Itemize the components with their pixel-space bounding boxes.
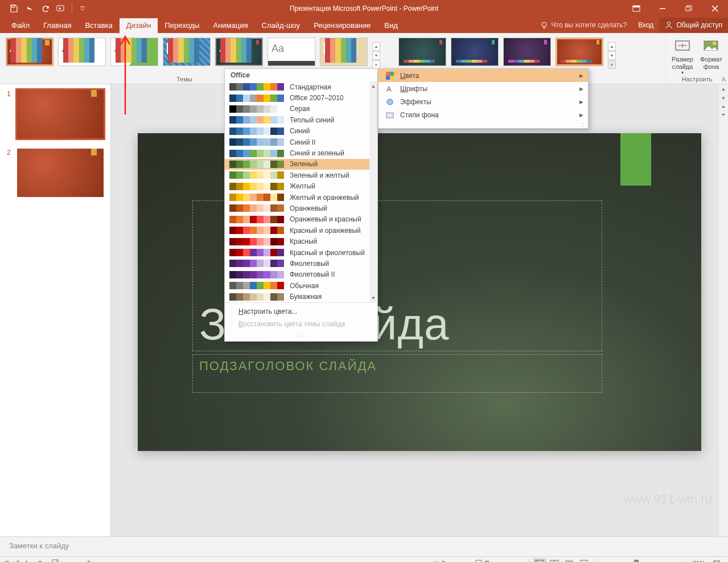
- start-from-beginning-button[interactable]: [55, 2, 68, 15]
- color-scheme-item[interactable]: Зеленый и желтый: [225, 170, 377, 181]
- tab-file[interactable]: Файл: [5, 18, 36, 33]
- tell-me-search[interactable]: Что вы хотите сделать?: [534, 21, 633, 29]
- save-button[interactable]: [7, 2, 20, 15]
- scroll-up-icon[interactable]: ▲: [719, 84, 728, 93]
- menu-colors[interactable]: Цвета▶: [379, 69, 588, 82]
- color-scheme-item[interactable]: Теплый синий: [225, 114, 377, 125]
- scroll-up-icon[interactable]: ▲: [369, 81, 377, 91]
- svg-rect-13: [390, 76, 394, 80]
- color-scheme-item[interactable]: Желтый: [225, 181, 377, 192]
- color-scheme-item[interactable]: Фиолетовый II: [225, 269, 377, 280]
- reset-theme-colors-item: Восстановить цвета темы слайда: [225, 318, 377, 330]
- fit-to-window-button[interactable]: [710, 558, 723, 563]
- variant-option[interactable]: [451, 38, 499, 66]
- color-scheme-item[interactable]: Синий и зеленый: [225, 147, 377, 158]
- color-scheme-item[interactable]: Стандартная: [225, 81, 377, 92]
- color-scheme-item[interactable]: Обычная: [225, 280, 377, 291]
- comments-toggle[interactable]: Примечания: [471, 559, 525, 563]
- color-schemes-list: СтандартнаяOffice 2007–2010СераяТеплый с…: [225, 81, 377, 302]
- redo-button[interactable]: [39, 2, 52, 15]
- zoom-out-button[interactable]: −: [598, 558, 612, 563]
- slide-number: 2: [7, 149, 13, 197]
- color-scheme-item[interactable]: Серая: [225, 104, 377, 114]
- color-scheme-item[interactable]: Красный и оранжевый: [225, 225, 377, 236]
- color-scheme-item[interactable]: Синий II: [225, 137, 377, 147]
- color-scheme-item[interactable]: Красный: [225, 236, 377, 247]
- color-scheme-item[interactable]: Фиолетовый: [225, 258, 377, 269]
- slideshow-view-button[interactable]: [577, 558, 591, 563]
- vertical-scrollbar[interactable]: ▲ ▼ ⏶ ⏷: [719, 84, 728, 536]
- svg-point-15: [387, 99, 393, 105]
- collapse-ribbon-button[interactable]: ᐱ: [722, 76, 726, 83]
- slide-canvas[interactable]: За к слайда ПОДЗАГОЛОВОК СЛАЙДА: [138, 133, 701, 451]
- theme-option[interactable]: Aa: [320, 38, 368, 66]
- normal-view-button[interactable]: [533, 558, 546, 563]
- next-slide-icon[interactable]: ⏷: [719, 110, 728, 118]
- color-scheme-item[interactable]: Оранжевый и красный: [225, 214, 377, 225]
- variants-gallery-expand[interactable]: ▲▼▾: [608, 42, 616, 69]
- tab-animation[interactable]: Анимация: [206, 18, 254, 33]
- theme-option[interactable]: Aa: [6, 38, 54, 66]
- resize-grip[interactable]: .:: [379, 121, 588, 128]
- prev-slide-icon[interactable]: ⏶: [719, 102, 728, 110]
- scroll-down-icon[interactable]: ▼: [369, 293, 377, 302]
- minimize-button[interactable]: [649, 0, 676, 17]
- tab-review[interactable]: Рецензирование: [307, 18, 377, 33]
- slide-thumbnail[interactable]: [17, 149, 104, 197]
- variant-option[interactable]: [503, 38, 551, 66]
- slide-size-icon: [673, 36, 692, 55]
- zoom-percent[interactable]: 81%: [689, 560, 709, 563]
- slide-sorter-button[interactable]: [548, 558, 561, 563]
- customize-colors-item[interactable]: Настроить цвета...: [225, 305, 377, 318]
- spellcheck-icon[interactable]: [51, 559, 59, 563]
- tab-slideshow[interactable]: Слайд-шоу: [255, 18, 307, 33]
- colors-scrollbar[interactable]: ▲ ▼: [369, 81, 377, 302]
- tab-home[interactable]: Главная: [36, 18, 78, 33]
- color-scheme-item[interactable]: Office 2007–2010: [225, 92, 377, 103]
- svg-point-6: [668, 22, 671, 25]
- color-scheme-item[interactable]: Зеленый: [225, 159, 377, 170]
- sign-in-button[interactable]: Вход: [632, 18, 659, 32]
- scroll-down-icon[interactable]: ▼: [719, 93, 728, 102]
- color-scheme-item[interactable]: Красный и фиолетовый: [225, 247, 377, 258]
- theme-option[interactable]: Aa: [163, 38, 211, 66]
- resize-grip[interactable]: ....: [225, 330, 377, 339]
- slide-subtitle-text[interactable]: ПОДЗАГОЛОВОК СЛАЙДА: [199, 359, 377, 374]
- reading-view-button[interactable]: [562, 558, 576, 563]
- theme-option[interactable]: Aa: [110, 38, 158, 66]
- menu-bg-styles[interactable]: Стили фона▶: [379, 108, 588, 121]
- slide-count[interactable]: Слайд 1 из 2: [5, 560, 42, 563]
- slide-thumbnail[interactable]: [17, 90, 104, 138]
- theme-option[interactable]: Aa: [58, 38, 106, 66]
- variant-option[interactable]: [398, 38, 446, 66]
- language-button[interactable]: русский: [68, 560, 91, 563]
- theme-option[interactable]: Aa: [268, 38, 315, 66]
- notes-toggle[interactable]: Заметки: [427, 559, 470, 563]
- variant-option[interactable]: [556, 38, 603, 66]
- menu-fonts[interactable]: A Шрифты▶: [379, 82, 588, 95]
- zoom-in-button[interactable]: +: [674, 558, 688, 563]
- svg-rect-17: [52, 560, 58, 563]
- tab-view[interactable]: Вид: [377, 18, 405, 33]
- notes-pane[interactable]: Заметки к слайду: [0, 536, 728, 556]
- theme-option[interactable]: Aa: [215, 38, 263, 66]
- share-button[interactable]: Общий доступ: [659, 18, 728, 32]
- color-scheme-item[interactable]: Оранжевый: [225, 203, 377, 214]
- qat-customize-button[interactable]: [76, 2, 89, 15]
- ribbon-display-options[interactable]: [623, 0, 649, 17]
- tab-insert[interactable]: Вставка: [78, 18, 119, 33]
- zoom-handle[interactable]: [634, 560, 639, 562]
- tab-transitions[interactable]: Переходы: [158, 18, 206, 33]
- tab-design[interactable]: Дизайн: [120, 18, 158, 33]
- undo-button[interactable]: [23, 2, 36, 15]
- close-button[interactable]: [702, 0, 728, 17]
- themes-gallery-expand[interactable]: ▲▼▾: [372, 42, 380, 69]
- effects-icon: [385, 97, 394, 106]
- color-scheme-item[interactable]: Бумажная: [225, 291, 377, 302]
- maximize-button[interactable]: [676, 0, 702, 17]
- color-scheme-item[interactable]: Желтый и оранжевый: [225, 192, 377, 203]
- color-scheme-item[interactable]: Синий: [225, 126, 377, 137]
- bg-styles-icon: [385, 110, 394, 120]
- svg-rect-4: [686, 7, 690, 11]
- menu-effects[interactable]: Эффекты▶: [379, 95, 588, 108]
